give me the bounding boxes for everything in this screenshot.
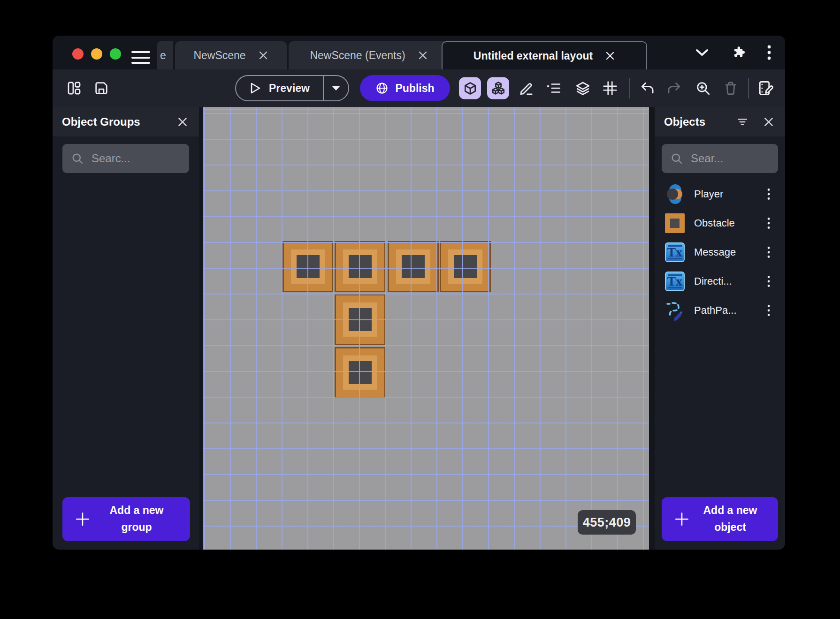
tab-truncated[interactable]: e [157, 41, 173, 69]
objects-list: Player Obstacle [655, 181, 785, 324]
object-row-message[interactable]: Tx Message [657, 239, 782, 266]
toolbar-divider [629, 78, 630, 98]
cursor-coordinates-badge: 455;409 [578, 510, 636, 535]
toolbar: Preview Publish [53, 69, 785, 107]
zoom-in-icon[interactable] [694, 79, 712, 98]
grid-icon[interactable] [601, 79, 619, 98]
object-label: PathPa... [694, 304, 753, 317]
text-object-icon: Tx [664, 242, 686, 263]
path-painter-object-icon [664, 300, 686, 321]
group-search-field[interactable] [62, 144, 189, 173]
project-manager-icon[interactable] [65, 79, 84, 98]
add-group-button[interactable]: Add a new group [62, 497, 190, 541]
titlebar: e NewScene NewScene (Events) Untitled ex… [53, 36, 785, 69]
scene-properties-icon[interactable] [756, 79, 775, 98]
kebab-menu-icon[interactable] [762, 216, 776, 230]
player-object-icon [664, 183, 686, 205]
object-row-player[interactable]: Player [657, 181, 782, 208]
object-label: Obstacle [694, 217, 753, 229]
text-object-icon: Tx [664, 271, 686, 292]
obstacle-instance[interactable] [283, 241, 334, 292]
main-area: Object Groups Add a new group [53, 107, 785, 550]
add-object-label-line1: Add a new [703, 504, 757, 516]
play-icon [249, 82, 261, 95]
object-row-pathpainter[interactable]: PathPa... [657, 297, 782, 324]
grid-overlay [203, 107, 649, 550]
preview-button[interactable]: Preview [235, 75, 349, 101]
preview-label: Preview [269, 82, 310, 95]
objects-mode-toggle-button[interactable] [487, 77, 509, 99]
close-icon[interactable] [762, 115, 776, 129]
obstacle-instance[interactable] [440, 241, 491, 292]
add-object-label-line2: object [714, 521, 746, 533]
object-search-field[interactable] [662, 144, 778, 173]
undo-icon[interactable] [638, 79, 657, 98]
save-icon[interactable] [92, 79, 111, 98]
screen: e NewScene NewScene (Events) Untitled ex… [0, 0, 840, 619]
pencil-edit-icon[interactable] [517, 79, 536, 98]
preview-options-button[interactable] [324, 85, 348, 91]
object-row-obstacle[interactable]: Obstacle [657, 210, 782, 237]
obstacle-instance[interactable] [335, 347, 386, 398]
obstacle-instance[interactable] [335, 241, 386, 292]
add-group-label-line1: Add a new [109, 504, 163, 516]
tab-label: e [160, 49, 166, 62]
layers-icon[interactable] [573, 79, 592, 98]
chevron-down-icon[interactable] [695, 48, 709, 57]
publish-label: Publish [395, 82, 434, 95]
tab-newscene[interactable]: NewScene [175, 41, 287, 69]
kebab-menu-icon[interactable] [762, 303, 776, 317]
cubes-objects-icon [490, 80, 506, 96]
panel-divider [199, 107, 203, 550]
obstacle-instance[interactable] [388, 241, 439, 292]
filter-icon[interactable] [735, 115, 749, 129]
object-label: Message [694, 246, 753, 258]
cube-3d-icon [463, 81, 478, 96]
scene-canvas[interactable]: 455;409 [203, 107, 649, 550]
trash-icon[interactable] [721, 79, 740, 98]
panel-divider [649, 107, 655, 550]
obstacle-object-icon [664, 212, 686, 234]
tab-label: Untitled external layout [473, 50, 593, 62]
objects-panel: Objects [655, 107, 785, 550]
toolbar-divider [748, 78, 749, 98]
kebab-menu-icon[interactable] [762, 187, 776, 201]
tab-untitled-external-layout[interactable]: Untitled external layout [442, 41, 647, 69]
tab-label: NewScene [193, 49, 245, 62]
tab-newscene-events[interactable]: NewScene (Events) [289, 41, 449, 69]
object-label: Directi... [694, 275, 753, 287]
search-icon [670, 152, 683, 165]
tab-close-icon[interactable] [605, 51, 615, 61]
window-minimize-button[interactable] [91, 48, 102, 60]
tab-close-icon[interactable] [418, 50, 428, 60]
publish-button[interactable]: Publish [360, 75, 450, 101]
kebab-menu-icon[interactable] [767, 45, 771, 60]
objects-title: Objects [664, 115, 705, 128]
objects-header: Objects [655, 107, 785, 136]
object-row-directions[interactable]: Tx Directi... [657, 268, 782, 295]
close-icon[interactable] [176, 115, 190, 129]
object-label: Player [694, 188, 753, 200]
caret-down-icon [331, 85, 341, 91]
globe-icon [375, 82, 389, 95]
kebab-menu-icon[interactable] [762, 274, 776, 288]
object-search-input[interactable] [691, 152, 770, 165]
window-zoom-button[interactable] [110, 48, 121, 60]
edit-3d-toggle-button[interactable] [459, 77, 481, 99]
tab-close-icon[interactable] [258, 50, 268, 60]
instructions-list-icon[interactable] [544, 79, 563, 98]
obstacle-instance[interactable] [335, 294, 386, 345]
kebab-menu-icon[interactable] [762, 245, 776, 259]
group-search-input[interactable] [92, 152, 181, 165]
titlebar-right-actions [695, 36, 785, 69]
main-menu-icon[interactable] [131, 51, 150, 64]
puzzle-extension-icon[interactable] [731, 45, 746, 60]
add-object-button[interactable]: Add a new object [662, 497, 778, 541]
object-groups-header: Object Groups [53, 107, 199, 136]
redo-icon[interactable] [665, 79, 684, 98]
object-groups-panel: Object Groups Add a new group [53, 107, 199, 550]
tab-label: NewScene (Events) [310, 49, 405, 62]
search-icon [71, 152, 84, 165]
window-close-button[interactable] [72, 48, 84, 60]
object-groups-title: Object Groups [62, 115, 140, 128]
